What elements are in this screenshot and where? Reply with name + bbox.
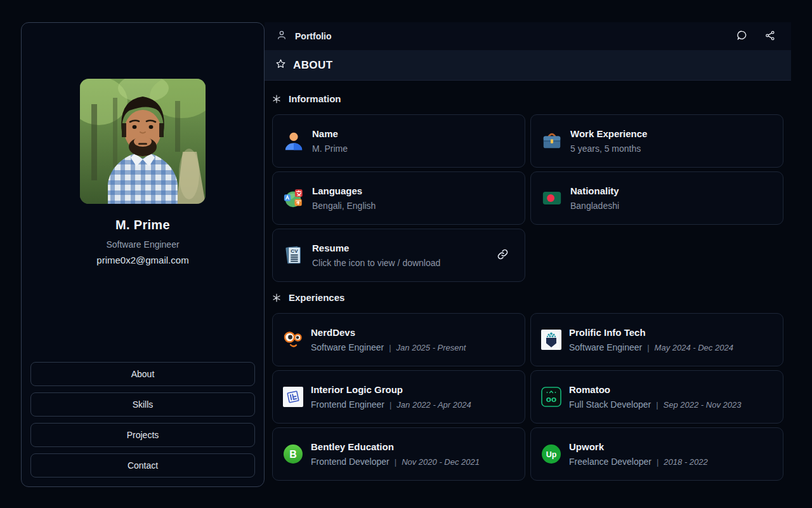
info-value: 5 years, 5 months	[570, 144, 768, 154]
info-title: Languages	[312, 185, 509, 196]
info-card-work-experience: Work Experience 5 years, 5 months	[530, 114, 783, 168]
profile-photo	[80, 79, 206, 204]
info-title: Name	[312, 128, 509, 139]
job-period: Nov 2020 - Dec 2021	[402, 457, 480, 467]
info-card-resume: CV Resume Click the icon to view / downl…	[272, 229, 525, 282]
separator: |	[647, 343, 649, 352]
sidebar-item-skills[interactable]: Skills	[30, 392, 255, 417]
share-button[interactable]	[764, 30, 776, 43]
job-period: 2018 - 2022	[664, 457, 707, 467]
company-name: NerdDevs	[311, 327, 509, 338]
prolific-info-tech-logo	[541, 330, 561, 350]
info-value: Click the icon to view / download	[312, 258, 488, 268]
company-name: Interior Logic Group	[311, 384, 509, 395]
job-role: Frontend Developer	[311, 457, 390, 467]
upwork-logo: Up	[541, 444, 561, 464]
bangladesh-flag-emoji-icon	[541, 187, 563, 209]
info-card-name: Name M. Prime	[272, 114, 525, 168]
info-value: Bangladeshi	[570, 201, 768, 211]
profile-name: M. Prime	[22, 218, 264, 232]
separator: |	[390, 400, 391, 410]
interior-logic-group-logo	[283, 387, 303, 407]
company-name: Upwork	[569, 441, 768, 452]
info-card-nationality: Nationality Bangladeshi	[530, 171, 783, 225]
briefcase-emoji-icon	[541, 130, 563, 152]
star-icon	[275, 58, 286, 72]
separator: |	[656, 400, 658, 410]
section-header-about: ABOUT	[265, 50, 791, 81]
sidebar-nav: About Skills Projects Contact	[30, 362, 255, 478]
information-heading: Information	[272, 93, 783, 104]
svg-text:Up: Up	[546, 450, 557, 459]
experience-card-bentley: B Bentley Education Frontend Developer |…	[272, 427, 525, 481]
svg-text:oo: oo	[546, 394, 557, 404]
job-period: Jan 2025 - Present	[396, 343, 466, 352]
job-period: May 2024 - Dec 2024	[655, 343, 733, 352]
bentley-education-logo: B	[283, 444, 303, 464]
job-role: Software Engineer	[569, 342, 642, 352]
separator: |	[657, 457, 658, 467]
experience-card-prolific: Prolific Info Tech Software Engineer | M…	[530, 313, 783, 366]
job-role: Full Stack Developer	[569, 399, 651, 410]
job-role: Freelance Developer	[569, 457, 652, 467]
share-icon	[764, 30, 776, 43]
profile-sidebar: M. Prime Software Engineer prime0x2@gmai…	[21, 22, 265, 487]
company-name: Bentley Education	[311, 441, 509, 452]
resume-link-button[interactable]	[496, 248, 509, 263]
info-value: M. Prime	[312, 144, 509, 154]
header-title: Portfolio	[295, 31, 332, 41]
asterisk-icon	[272, 293, 281, 302]
chat-icon	[736, 29, 748, 43]
about-content: Information Name M. Prime	[265, 93, 791, 481]
top-header: Portfolio	[265, 22, 791, 50]
profile-email: prime0x2@gmail.com	[22, 255, 264, 265]
svg-text:B: B	[289, 449, 297, 460]
experiences-heading: Experiences	[272, 292, 783, 303]
separator: |	[389, 343, 391, 352]
about-section-title: ABOUT	[293, 59, 332, 72]
job-period: Jan 2022 - Apr 2024	[396, 400, 471, 410]
profile-job-title: Software Engineer	[22, 239, 264, 250]
user-icon	[276, 29, 287, 43]
romatoo-logo: oo	[541, 387, 561, 407]
separator: |	[395, 457, 396, 467]
experiences-grid: NerdDevs Software Engineer | Jan 2025 - …	[272, 313, 783, 481]
company-name: Romatoo	[569, 384, 768, 395]
asterisk-icon	[272, 95, 281, 104]
info-title: Resume	[312, 243, 488, 253]
job-role: Frontend Engineer	[311, 399, 384, 410]
person-emoji-icon	[283, 130, 304, 152]
nerddevs-logo	[283, 330, 303, 350]
main-panel: Portfolio	[265, 22, 791, 487]
chat-button[interactable]	[736, 29, 748, 43]
cv-document-emoji-icon[interactable]: CV	[283, 244, 304, 266]
job-role: Software Engineer	[311, 342, 384, 352]
languages-globe-emoji-icon	[283, 187, 304, 209]
sidebar-item-contact[interactable]: Contact	[30, 453, 255, 478]
info-title: Nationality	[570, 185, 768, 196]
sidebar-item-projects[interactable]: Projects	[30, 423, 255, 447]
experience-card-romatoo: oo Romatoo Full Stack Developer | Sep 20…	[530, 370, 783, 424]
info-value: Bengali, English	[312, 201, 509, 211]
sidebar-item-about[interactable]: About	[30, 362, 255, 386]
experience-card-upwork: Up Upwork Freelance Developer | 2018 - 2…	[530, 427, 783, 481]
company-name: Prolific Info Tech	[569, 327, 768, 338]
svg-text:CV: CV	[291, 248, 298, 254]
job-period: Sep 2022 - Nov 2023	[664, 400, 742, 410]
link-icon	[496, 248, 509, 263]
info-card-languages: Languages Bengali, English	[272, 171, 525, 225]
experience-card-nerddevs: NerdDevs Software Engineer | Jan 2025 - …	[272, 313, 525, 366]
experience-card-ilg: Interior Logic Group Frontend Engineer |…	[272, 370, 525, 424]
information-grid: Name M. Prime Work Experience 5 years, 5…	[272, 114, 783, 282]
info-title: Work Experience	[570, 128, 768, 139]
